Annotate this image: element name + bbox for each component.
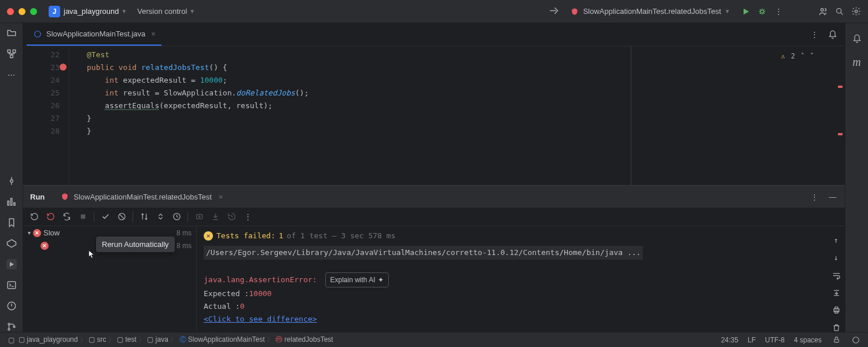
prev-highlight-icon[interactable]: ˄ [801,50,804,62]
project-name[interactable]: java_playground [64,7,119,16]
run-panel-title: Run [30,193,45,201]
profiler-tool-icon[interactable] [6,197,17,207]
tab-options-icon[interactable]: ⋮ [809,29,819,40]
window-controls [7,8,37,15]
bookmarks-tool-icon[interactable] [6,217,17,228]
svg-rect-4 [8,50,10,53]
status-fail-icon: ✕ [204,231,213,241]
run-tab[interactable]: SlowApplicationMainTest.relatedJobsTest … [55,189,227,204]
code-editor[interactable]: ⚠ 2 ˄ ˅ 22232425262728 @Testpublic void … [23,46,845,185]
expand-all-icon[interactable] [155,212,165,222]
show-passed-icon[interactable] [100,212,111,222]
svg-point-3 [855,10,857,12]
debug-icon[interactable] [757,6,767,17]
terminal-tool-icon[interactable] [6,280,17,290]
show-ignored-icon[interactable] [116,212,127,222]
svg-point-1 [821,8,824,11]
error-class: java.lang.AssertionError: [204,275,317,284]
java-command: /Users/Egor.Sergeev/Library/Java/JavaVir… [204,246,643,260]
structure-tool-icon[interactable] [6,49,17,59]
see-difference-link[interactable]: <Click to see difference> [204,315,317,323]
status-count: 1 [279,230,284,242]
rerun-failed-icon[interactable] [45,212,56,222]
minimize-window[interactable] [19,8,25,15]
stop-icon[interactable] [78,212,88,222]
toolbar-more-icon[interactable]: ⋮ [242,212,253,222]
commit-tool-icon[interactable] [6,176,17,186]
readonly-lock-icon[interactable] [831,335,841,345]
scroll-up-icon[interactable]: ↑ [831,235,841,246]
editor-tab[interactable]: SlowApplicationMainTest.java × [27,23,161,46]
collapse-all-icon[interactable] [171,212,182,222]
svg-rect-9 [8,282,16,289]
notifications-icon[interactable] [827,29,838,40]
print-icon[interactable] [831,305,841,315]
maximize-window[interactable] [30,8,37,15]
error-stripe[interactable] [838,86,843,88]
hide-panel-icon[interactable]: — [827,191,838,202]
test-tree[interactable]: Rerun Automatically ▾ ✕ Slow 8 ms ✕ 8 ms [23,226,197,332]
file-encoding[interactable]: UTF-8 [765,336,785,344]
explain-with-ai-button[interactable]: Explain with AI ✦ [325,272,389,287]
clear-icon[interactable] [831,322,841,332]
project-tool-icon[interactable] [6,28,17,38]
indent-info[interactable]: 4 spaces [794,336,822,344]
run-configuration[interactable]: SlowApplicationMainTest.relatedJobsTest … [565,4,735,19]
chevron-down-icon[interactable]: ▾ [28,230,31,236]
problems-tool-icon[interactable] [6,301,17,311]
test-duration: 8 ms [176,242,192,250]
build-icon[interactable] [549,6,559,17]
scroll-to-end-icon[interactable] [831,287,841,298]
import-tests-icon[interactable] [194,212,204,222]
settings-icon[interactable] [851,6,861,17]
error-stripe[interactable] [838,133,843,135]
version-control-menu[interactable]: Version control [137,7,187,16]
toggle-auto-test-icon[interactable] [61,212,72,222]
close-tab-icon[interactable]: × [151,29,156,38]
fail-icon: ✕ [41,242,49,250]
console-gutter: ↑ ↓ [831,235,841,332]
right-margin-ruler [631,46,631,185]
run-panel: Run SlowApplicationMainTest.relatedJobsT… [23,185,845,332]
line-separator[interactable]: LF [748,336,756,344]
test-console[interactable]: ✕ Tests failed: 1 of 1 test – 3 sec 578 … [197,226,845,332]
next-highlight-icon[interactable]: ˅ [810,50,814,62]
code-area[interactable]: @Testpublic void relatedJobsTest() { int… [69,46,309,185]
svg-point-19 [198,216,200,217]
run-panel-header: Run SlowApplicationMainTest.relatedJobsT… [23,186,845,208]
caret-position[interactable]: 24:35 [721,336,738,344]
chevron-down-icon[interactable]: ▼ [189,8,195,14]
chevron-down-icon[interactable]: ▼ [121,8,127,14]
code-with-me-icon[interactable] [818,6,829,17]
rerun-icon[interactable] [29,212,39,222]
run-icon[interactable] [741,6,751,17]
run-toolbar: ⋮ [23,208,845,226]
status-info-icon[interactable] [851,335,861,345]
close-run-tab-icon[interactable]: × [219,193,223,201]
export-tests-icon[interactable] [210,212,220,222]
search-icon[interactable] [834,6,845,17]
sort-icon[interactable] [139,212,149,222]
notifications-tool-icon[interactable] [852,34,862,44]
nav-icon[interactable]: ▢ [7,335,15,345]
editor-gutter[interactable]: 22232425262728 [23,46,69,185]
svg-point-12 [8,328,10,330]
actual-value: 0 [240,302,245,311]
scroll-down-icon[interactable]: ↓ [831,253,841,263]
more-icon[interactable]: ⋮ [773,6,784,17]
breadcrumb[interactable]: ▢ java_playground 〉 ▢ src 〉 ▢ test 〉 ▢ j… [19,335,333,345]
close-window[interactable] [7,8,14,15]
fail-icon: ✕ [33,229,41,237]
git-tool-icon[interactable] [6,322,17,332]
inspection-widget[interactable]: ⚠ 2 ˄ ˅ [781,50,814,62]
run-options-icon[interactable]: ⋮ [809,191,819,202]
services-tool-icon[interactable] [6,238,17,249]
run-tool-icon[interactable] [6,259,17,270]
svg-point-13 [13,326,15,328]
project-badge[interactable]: J [49,6,60,17]
maven-tool-icon[interactable]: m [852,56,860,69]
soft-wrap-icon[interactable] [831,270,841,280]
history-icon[interactable] [226,212,237,222]
test-shield-icon [569,6,580,17]
more-tools-icon[interactable]: ⋯ [6,69,17,80]
